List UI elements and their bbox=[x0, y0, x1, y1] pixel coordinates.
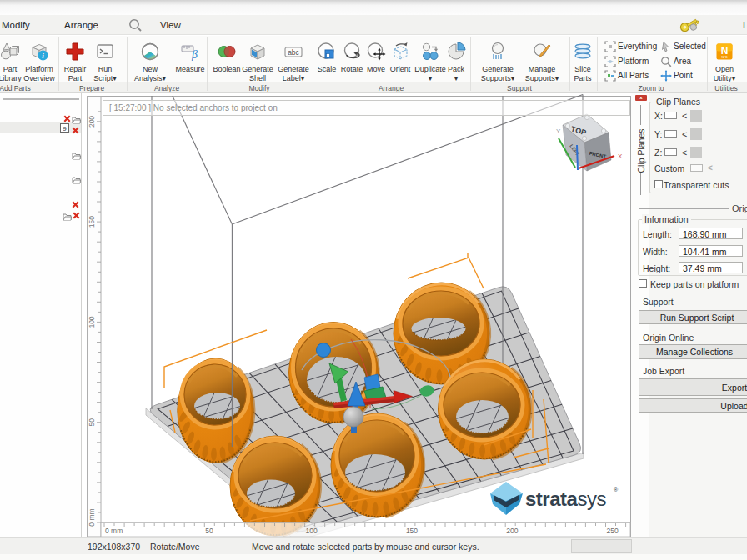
svg-text:0 mm: 0 mm bbox=[105, 527, 123, 535]
svg-text:β: β bbox=[191, 48, 198, 61]
svg-text:200: 200 bbox=[506, 527, 518, 535]
svg-text:N: N bbox=[721, 45, 729, 57]
svg-text:100: 100 bbox=[88, 316, 96, 328]
svg-text:150: 150 bbox=[88, 216, 96, 228]
svg-text:200: 200 bbox=[88, 116, 96, 128]
svg-text:abc: abc bbox=[288, 48, 299, 57]
svg-text:X: X bbox=[618, 152, 623, 160]
svg-text:250: 250 bbox=[607, 527, 619, 535]
svg-text:50: 50 bbox=[88, 418, 96, 427]
svg-text:100: 100 bbox=[306, 527, 318, 535]
svg-text:NFB: NFB bbox=[722, 56, 729, 59]
svg-text:0 mm: 0 mm bbox=[88, 508, 96, 526]
svg-text:stratasys: stratasys bbox=[525, 488, 606, 510]
svg-text:150: 150 bbox=[406, 527, 418, 535]
svg-text:[ 15:27:00 ] No selected ancho: [ 15:27:00 ] No selected anchors to proj… bbox=[109, 103, 278, 112]
svg-text:50: 50 bbox=[205, 527, 213, 535]
svg-text:Y: Y bbox=[556, 128, 561, 135]
svg-text:®: ® bbox=[614, 487, 619, 492]
